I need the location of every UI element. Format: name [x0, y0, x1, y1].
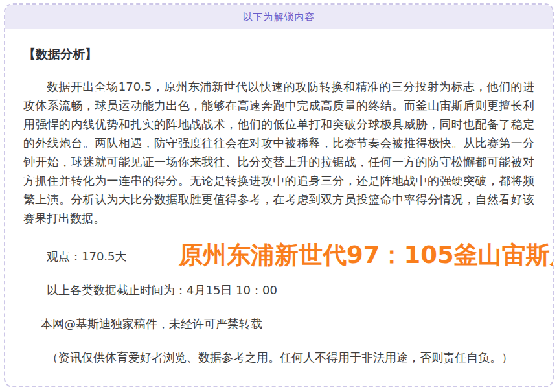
- copyright-text: 本网@基斯迪独家稿件，未经许可严禁转载: [23, 314, 534, 333]
- disclaimer-text: （资讯仅供体育爱好者浏览、数据参考之用。任何人不得用于非法用途，否则责任自负。）: [23, 348, 534, 367]
- final-score-overlay: 原州东浦新世代97：105釜山宙斯盾: [179, 238, 554, 272]
- section-title: 【数据分析】: [23, 46, 534, 62]
- unlock-banner: 以下为解锁内容: [5, 5, 553, 29]
- unlock-banner-text: 以下为解锁内容: [243, 11, 315, 23]
- analysis-paragraph: 数据开出全场170.5，原州东浦新世代以快速的攻防转换和精准的三分投射为标志，他…: [23, 77, 534, 227]
- analysis-content: 【数据分析】 数据开出全场170.5，原州东浦新世代以快速的攻防转换和精准的三分…: [5, 46, 553, 367]
- data-cutoff-text: 以上各类数据截止时间为：4月15日 10：00: [23, 281, 534, 299]
- unlocked-content-panel: 以下为解锁内容 【数据分析】 数据开出全场170.5，原州东浦新世代以快速的攻防…: [4, 3, 554, 387]
- page: 以下为解锁内容 【数据分析】 数据开出全场170.5，原州东浦新世代以快速的攻防…: [0, 0, 559, 392]
- viewpoint-row: 观点：170.5大 原州东浦新世代97：105釜山宙斯盾: [23, 247, 534, 266]
